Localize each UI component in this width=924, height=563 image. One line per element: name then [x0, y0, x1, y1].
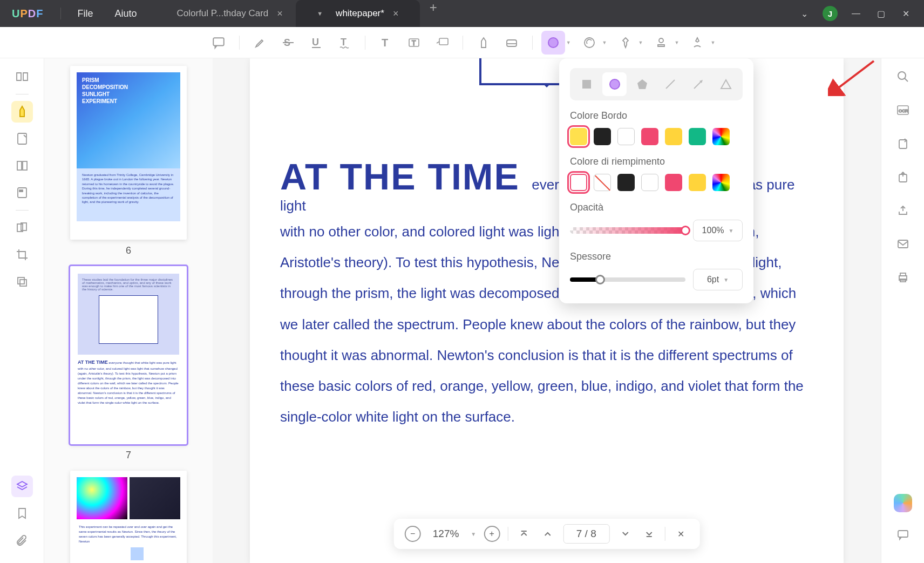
svg-rect-42: [898, 531, 908, 537]
search-icon[interactable]: [892, 66, 914, 87]
pencil-icon[interactable]: [472, 31, 495, 55]
next-page-button[interactable]: [617, 526, 633, 542]
close-icon[interactable]: ×: [277, 8, 283, 19]
comment-icon[interactable]: [207, 31, 230, 55]
separator: [664, 527, 665, 541]
last-page-button[interactable]: [641, 526, 657, 542]
updf-logo-icon[interactable]: [894, 494, 912, 512]
print-icon[interactable]: [892, 267, 914, 288]
thumbnail-page-7[interactable]: These studies laid the foundation for th…: [70, 266, 187, 461]
swatch-pink[interactable]: [665, 174, 682, 191]
document-page: AT THE TIME everyone thought that white …: [250, 58, 844, 563]
thickness-slider[interactable]: [570, 277, 685, 282]
stamp2-icon[interactable]: [649, 31, 673, 55]
page-input[interactable]: 7 / 8: [563, 524, 609, 544]
maximize-button[interactable]: ▢: [874, 9, 887, 19]
underline-icon[interactable]: U: [304, 31, 328, 55]
close-bar-button[interactable]: ✕: [672, 526, 689, 542]
shape-circle[interactable]: [602, 72, 627, 96]
menu-help[interactable]: Aiuto: [104, 8, 147, 19]
svg-text:OCR: OCR: [899, 108, 908, 113]
swatch-black[interactable]: [617, 174, 635, 191]
chevron-down-icon[interactable]: ▼: [710, 40, 715, 45]
layers-icon[interactable]: [11, 476, 33, 497]
thickness-value[interactable]: 6pt▼: [693, 269, 743, 290]
swatch-fill-selected[interactable]: [570, 174, 587, 191]
minimize-button[interactable]: —: [850, 9, 862, 18]
shape-triangle[interactable]: [714, 72, 738, 96]
swatch-custom[interactable]: [712, 174, 730, 191]
callout-icon[interactable]: [430, 31, 454, 55]
first-page-button[interactable]: [515, 526, 532, 542]
chevron-down-icon[interactable]: ▼: [674, 40, 679, 45]
shape-rectangle[interactable]: [574, 72, 599, 96]
chevron-down-icon[interactable]: ▼: [602, 40, 607, 45]
reader-icon[interactable]: [11, 66, 33, 87]
swatch-pink[interactable]: [641, 128, 658, 145]
chevron-down-icon[interactable]: ▼: [566, 40, 571, 45]
highlight-icon[interactable]: [248, 31, 272, 55]
stamp-icon[interactable]: [578, 31, 601, 55]
pin-icon[interactable]: [614, 31, 637, 55]
crop-icon[interactable]: [11, 244, 33, 266]
shape-arrow[interactable]: [686, 72, 711, 96]
close-button[interactable]: ✕: [899, 9, 912, 19]
swatch-none[interactable]: [594, 174, 611, 191]
text-icon[interactable]: T: [374, 31, 398, 55]
feedback-icon[interactable]: [892, 524, 914, 546]
ocr-icon[interactable]: OCR: [892, 99, 914, 121]
shape-pentagon[interactable]: [630, 72, 655, 96]
bookmark-icon[interactable]: [11, 503, 33, 524]
swatch-custom[interactable]: [712, 128, 730, 145]
zoom-out-button[interactable]: −: [405, 526, 421, 542]
comment-mode-icon[interactable]: [11, 101, 33, 123]
avatar[interactable]: J: [823, 6, 838, 21]
tab-colorful[interactable]: Colorful P...thday Card ×: [164, 0, 296, 27]
prev-page-button[interactable]: [539, 526, 555, 542]
edit-icon[interactable]: [11, 128, 33, 150]
opacity-value[interactable]: 100%▼: [693, 220, 743, 241]
close-icon[interactable]: ×: [393, 8, 399, 19]
svg-text:T: T: [382, 37, 388, 49]
chevron-down-icon: ▼: [729, 228, 734, 234]
chevron-down-icon[interactable]: ⌄: [798, 9, 811, 19]
swatch-yellow[interactable]: [689, 174, 706, 191]
duplicate-icon[interactable]: [11, 271, 33, 293]
organize-icon[interactable]: [11, 155, 33, 177]
form-icon[interactable]: [11, 182, 33, 204]
opacity-slider[interactable]: [570, 227, 685, 234]
svg-marker-31: [721, 80, 731, 89]
email-icon[interactable]: [892, 233, 914, 255]
compare-icon[interactable]: [11, 217, 33, 239]
chevron-down-icon[interactable]: ▼: [638, 40, 643, 45]
textbox-icon[interactable]: T: [402, 31, 426, 55]
chevron-down-icon[interactable]: ▼: [317, 10, 323, 17]
eraser-icon[interactable]: [500, 31, 524, 55]
separator: [365, 36, 365, 50]
shape-circle-button[interactable]: [541, 31, 565, 55]
signature-icon[interactable]: [685, 31, 709, 55]
shape-line[interactable]: [658, 72, 683, 96]
swatch-white[interactable]: [641, 174, 658, 191]
chevron-down-icon[interactable]: ▼: [471, 531, 476, 537]
squiggly-icon[interactable]: T: [332, 31, 356, 55]
canvas[interactable]: AT THE TIME everyone thought that white …: [213, 58, 881, 563]
tab-whitepaper[interactable]: ▼ whitepaper* ×: [296, 0, 420, 27]
export-icon[interactable]: [892, 166, 914, 188]
thumbnail-page-6[interactable]: PRISM DECOMPOSITION SUNLIGHT EXPERIMENT …: [70, 66, 187, 256]
swatch-black[interactable]: [594, 128, 611, 145]
border-swatches: [570, 128, 743, 145]
share-icon[interactable]: [892, 200, 914, 221]
zoom-in-button[interactable]: +: [484, 526, 500, 542]
swatch-yellow[interactable]: [570, 128, 587, 145]
new-tab-button[interactable]: +: [420, 0, 447, 27]
attachment-icon[interactable]: [11, 530, 33, 551]
thumbnail-page-8[interactable]: This experiment can be repeated over and…: [70, 471, 187, 563]
strikethrough-icon[interactable]: S: [276, 31, 300, 55]
swatch-white[interactable]: [617, 128, 635, 145]
thumbnail-panel[interactable]: PRISM DECOMPOSITION SUNLIGHT EXPERIMENT …: [44, 58, 213, 563]
swatch-teal[interactable]: [689, 128, 706, 145]
menu-file[interactable]: File: [66, 8, 104, 19]
rotate-icon[interactable]: [892, 133, 914, 154]
swatch-yellow2[interactable]: [665, 128, 682, 145]
